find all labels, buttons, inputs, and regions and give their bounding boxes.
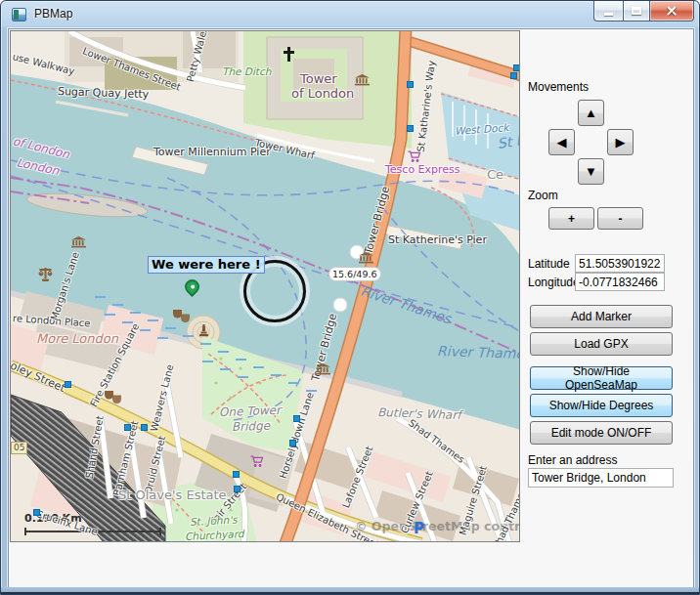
map-label: Weavers Lane (149, 363, 176, 433)
move-left-button[interactable]: ◀ (548, 129, 575, 155)
maximize-button[interactable] (623, 1, 650, 21)
zoom-out-button[interactable]: - (597, 207, 643, 230)
map-label: London (16, 156, 61, 178)
map-label: Tower Millennium Pier (153, 147, 271, 158)
edit-handle[interactable] (407, 125, 414, 132)
move-right-button[interactable]: ▶ (607, 129, 634, 155)
map-label: Druid Street (143, 435, 167, 495)
address-label: Enter an address (528, 453, 617, 467)
map-label: St Katherine's Pier (388, 234, 487, 246)
show-hide-degrees-button[interactable]: Show/Hide Degrees (530, 394, 673, 417)
window-title: PBMap (34, 7, 72, 21)
map-overlay: We were here ! 15.6/49.6 05 0.190 Km © O… (11, 31, 519, 541)
map-label: River Thames (359, 283, 453, 326)
map-label: The Ditch (222, 66, 271, 78)
load-gpx-button[interactable]: Load GPX (530, 332, 673, 356)
minimize-button[interactable] (593, 1, 623, 21)
map-label: St Katharine's Way (416, 60, 437, 152)
map-label: River Thames (437, 344, 520, 362)
marker-label: We were here ! (148, 256, 265, 274)
map-label: Tower (300, 72, 337, 86)
maximize-icon (632, 7, 641, 15)
edit-mode-button[interactable]: Edit mode ON/OFF (530, 421, 673, 445)
map-label: Sugar Quay Jetty (58, 86, 150, 101)
screenshot: PBMap (0, 0, 700, 595)
edit-handle[interactable] (293, 415, 300, 422)
edit-handle[interactable] (33, 509, 40, 516)
app-window: PBMap (0, 0, 700, 595)
edit-handle[interactable] (65, 381, 71, 388)
edit-handle[interactable] (510, 72, 517, 79)
map-label: Tesco Express (385, 164, 460, 176)
edit-handle[interactable] (233, 471, 240, 478)
map-label: oley Street (10, 361, 66, 395)
close-button[interactable] (650, 1, 694, 21)
edit-handle[interactable] (141, 424, 148, 431)
map-label: Churchyard (185, 529, 244, 542)
map-view[interactable]: We were here ! 15.6/49.6 05 0.190 Km © O… (10, 30, 520, 542)
address-input[interactable] (528, 468, 674, 488)
longitude-label: Longitude (528, 276, 580, 289)
map-label: Barnham Street (111, 419, 141, 496)
zoom-label: Zoom (528, 189, 558, 202)
edit-handle[interactable] (407, 81, 414, 88)
minimize-icon (604, 13, 613, 16)
app-icon (12, 8, 26, 21)
edit-handle[interactable] (289, 440, 296, 446)
client-area: We were here ! 15.6/49.6 05 0.190 Km © O… (8, 28, 694, 589)
show-hide-openseamap-button[interactable]: Show/Hide OpenSeaMap (530, 366, 673, 390)
add-marker-button[interactable]: Add Marker (530, 305, 673, 328)
longitude-input[interactable] (575, 273, 665, 291)
latitude-label: Latitude (528, 257, 570, 271)
close-icon (666, 5, 678, 17)
map-label: of London (291, 87, 354, 101)
map-label: Bridge (232, 420, 271, 435)
map-label: Queen Elizabeth Street (275, 491, 381, 542)
edit-handle[interactable] (513, 64, 520, 71)
map-label: Lafone Street (340, 445, 374, 510)
latitude-input[interactable] (575, 254, 665, 273)
map-label: Horselydown Lane (278, 391, 316, 480)
map-label: St Olave's Estate (118, 489, 227, 502)
map-label: Shand Street (84, 414, 106, 479)
map-label: St. John's (190, 514, 238, 528)
bridge-clearance-label: 15.6/49.6 (328, 267, 381, 281)
map-label: Shad Thames (491, 487, 520, 542)
move-up-button[interactable]: ▲ (578, 100, 604, 126)
map-label: Shad Thames (407, 417, 467, 465)
movements-label: Movements (528, 80, 589, 94)
map-label: Butler's Wharf (377, 406, 461, 422)
map-label: Morgan's Lane (49, 251, 81, 322)
title-bar[interactable]: PBMap (1, 1, 699, 28)
map-label: Ce (487, 168, 503, 182)
road-shield: 05 (11, 442, 27, 454)
map-label: use Walkway (12, 51, 76, 76)
move-down-button[interactable]: ▼ (578, 158, 604, 185)
map-label: Petty Wales (185, 30, 210, 83)
map-attribution: © OpenStreetMap contributors (355, 520, 520, 533)
map-label: More London (36, 332, 118, 346)
parking-icon: P (414, 520, 424, 537)
zoom-in-button[interactable]: + (548, 207, 594, 230)
edit-handle[interactable] (234, 486, 241, 492)
map-pin-marker[interactable] (182, 276, 202, 297)
map-label: One Tower (219, 404, 281, 419)
map-label: St Ka (497, 132, 520, 151)
edit-handle[interactable] (124, 424, 131, 431)
